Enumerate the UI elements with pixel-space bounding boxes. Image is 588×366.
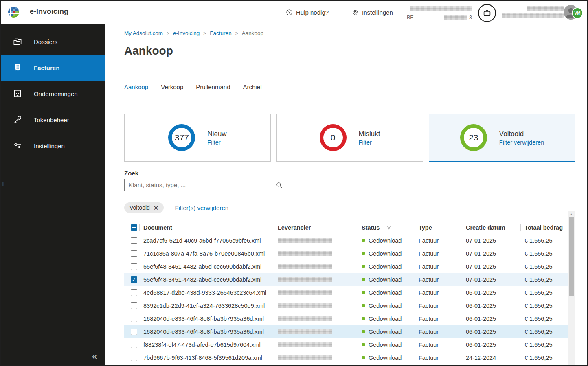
breadcrumb: My.Adsolut.com>e-Invoicing>Facturen>Aank… (124, 30, 263, 36)
row-checkbox[interactable] (131, 289, 137, 296)
date-text: 07-01-2025 (466, 250, 496, 257)
key-icon (12, 114, 23, 125)
table-row[interactable]: 55ef6f48-3451-4482-ab6d-cec690bdabf2.xml… (124, 273, 568, 286)
table-row[interactable]: 55ef6f48-3451-4482-ab6d-cec690bdabf2.xml… (124, 260, 568, 273)
status-dot (362, 330, 365, 333)
status-filter-icon[interactable] (386, 225, 392, 230)
amount-text: € 1.656,25 (524, 329, 553, 335)
tab-divider (111, 99, 587, 99)
sidebar-collapse-button[interactable]: « (92, 352, 97, 361)
tab-bar: AankoopVerkoopPrullenmandArchief (124, 83, 262, 92)
panel-resize-handle[interactable]: ‖ (2, 180, 5, 187)
type-text: Factuur (419, 263, 439, 270)
column-header-type[interactable]: Type (415, 221, 462, 234)
scrollbar-thumb[interactable] (569, 217, 574, 296)
amount-text: € 1.656,25 (524, 316, 553, 322)
user-menu[interactable]: VM (564, 4, 583, 20)
table-row[interactable]: 2cad7cf6-521d-40c9-a6bd-f77066c9bfe6.xml… (124, 234, 568, 247)
date-text: 07-01-2025 (466, 237, 496, 244)
stat-filter-link[interactable]: Filter verwijderen (499, 139, 544, 146)
stat-label: Mislukt (359, 130, 380, 138)
stat-filter-link[interactable]: Filter (359, 139, 380, 146)
sidebar-nav: Dossiers Facturen Ondernemingen Tokenbeh… (1, 24, 105, 159)
stat-filter-link[interactable]: Filter (207, 139, 226, 146)
company-info: BE 3 (407, 5, 472, 22)
tab-prullenmand[interactable]: Prullenmand (196, 83, 230, 92)
supplier-redacted (278, 277, 332, 282)
filter-chip-voltooid[interactable]: Voltooid ✕ (124, 202, 164, 213)
main-content: My.Adsolut.com>e-Invoicing>Facturen>Aank… (105, 24, 587, 365)
stat-card-voltooid[interactable]: 23 Voltooid Filter verwijderen (429, 114, 575, 162)
column-header-leverancier[interactable]: Leverancier (274, 221, 358, 234)
header-settings-label: Instellingen (362, 9, 393, 16)
status-dot (362, 317, 365, 320)
table-row[interactable]: 7bd9667b-9f63-413f-8468-5f39561d209a.xml… (124, 351, 568, 364)
chip-close-icon[interactable]: ✕ (154, 205, 159, 211)
sidebar-item-instellingen[interactable]: Instellingen (1, 133, 105, 159)
status-dot (362, 304, 365, 307)
table-row[interactable]: 1682040d-e833-46f4-8e8f-ba3b7935a36d.xml… (124, 325, 568, 338)
document-name: 55ef6f48-3451-4482-ab6d-cec690bdabf2.xml (143, 276, 261, 283)
breadcrumb-item-my-adsolut-com[interactable]: My.Adsolut.com (124, 30, 163, 36)
user-name-redacted (527, 6, 564, 11)
row-checkbox[interactable] (131, 342, 137, 348)
tab-verkoop[interactable]: Verkoop (161, 83, 183, 92)
row-checkbox[interactable] (131, 276, 137, 283)
row-checkbox[interactable] (131, 329, 137, 335)
sidebar: Dossiers Facturen Ondernemingen Tokenbeh… (1, 24, 105, 365)
help-button[interactable]: Hulp nodig? (285, 1, 329, 24)
column-header-totaal-bedrag[interactable]: Totaal bedrag (520, 221, 568, 234)
search-input[interactable] (125, 182, 275, 188)
row-checkbox[interactable] (131, 250, 137, 257)
stat-card-nieuw[interactable]: 377 Nieuw Filter (124, 114, 271, 162)
tab-archief[interactable]: Archief (243, 83, 262, 92)
tab-aankoop[interactable]: Aankoop (124, 83, 148, 92)
sidebar-item-tokenbeheer[interactable]: Tokenbeheer (1, 107, 105, 133)
scroll-up-button[interactable]: ▲ (568, 213, 575, 216)
breadcrumb-item-facturen[interactable]: Facturen (210, 30, 231, 36)
row-checkbox[interactable] (131, 302, 137, 309)
company-name-redacted (410, 6, 472, 11)
table-row[interactable]: 4ed68817-d2be-438d-9333-265463c23c64.xml… (124, 286, 568, 299)
header-settings-button[interactable]: Instellingen (351, 1, 393, 24)
table-scrollbar[interactable]: ▲ (568, 211, 575, 365)
app-window: e-Invoicing Hulp nodig? Instellingen BE … (0, 0, 588, 366)
company-vat-suffix: 3 (469, 15, 472, 20)
document-name: 7bd9667b-9f63-413f-8468-5f39561d209a.xml (143, 355, 262, 361)
table-row[interactable]: 8392c1db-22d9-41ef-a324-7633628c50e9.xml… (124, 299, 568, 312)
sidebar-item-label: Dossiers (34, 38, 57, 45)
top-bar: e-Invoicing Hulp nodig? Instellingen BE … (1, 1, 587, 24)
search-icon[interactable] (275, 181, 283, 189)
table-row[interactable]: f88238f4-ef47-473d-afed-e7b615d97604.xml… (124, 338, 568, 351)
column-header-status[interactable]: Status (358, 221, 415, 234)
status-header-label: Status (362, 224, 380, 231)
row-checkbox[interactable] (131, 263, 137, 270)
status-dot (362, 252, 365, 255)
row-checkbox[interactable] (131, 316, 137, 322)
status-text: Gedownload (369, 355, 402, 361)
table-row[interactable]: 71c1c85a-807a-47fa-8a76-b70ee00845b0.xml… (124, 247, 568, 260)
supplier-redacted (278, 251, 332, 256)
company-switcher-button[interactable] (478, 4, 496, 22)
invoice-icon (12, 62, 23, 73)
row-checkbox[interactable] (131, 237, 137, 244)
status-text: Gedownload (369, 289, 402, 296)
sidebar-item-ondernemingen[interactable]: Ondernemingen (1, 81, 105, 107)
supplier-redacted (278, 303, 332, 308)
sidebar-item-facturen[interactable]: Facturen (1, 55, 105, 81)
clear-filters-link[interactable]: Filter(s) verwijderen (175, 204, 228, 211)
column-header-creatie-datum[interactable]: Creatie datum (462, 221, 520, 234)
row-checkbox[interactable] (131, 355, 137, 361)
column-header-document[interactable]: Document (139, 221, 274, 234)
breadcrumb-separator: > (203, 31, 206, 36)
stat-card-mislukt[interactable]: 0 Mislukt Filter (276, 114, 423, 162)
question-icon (285, 9, 293, 16)
date-text: 07-01-2025 (466, 276, 496, 283)
document-name: 2cad7cf6-521d-40c9-a6bd-f77066c9bfe6.xml (143, 237, 261, 244)
sidebar-item-dossiers[interactable]: Dossiers (1, 28, 105, 55)
table-row[interactable]: 1682040d-e833-46f4-8e8f-ba3b7935a36d.xml… (124, 312, 568, 325)
building-icon (12, 88, 23, 99)
active-filters-row: Voltooid ✕ Filter(s) verwijderen (124, 202, 228, 213)
breadcrumb-item-e-invoicing[interactable]: e-Invoicing (173, 30, 200, 36)
select-all-checkbox[interactable] (131, 224, 137, 231)
